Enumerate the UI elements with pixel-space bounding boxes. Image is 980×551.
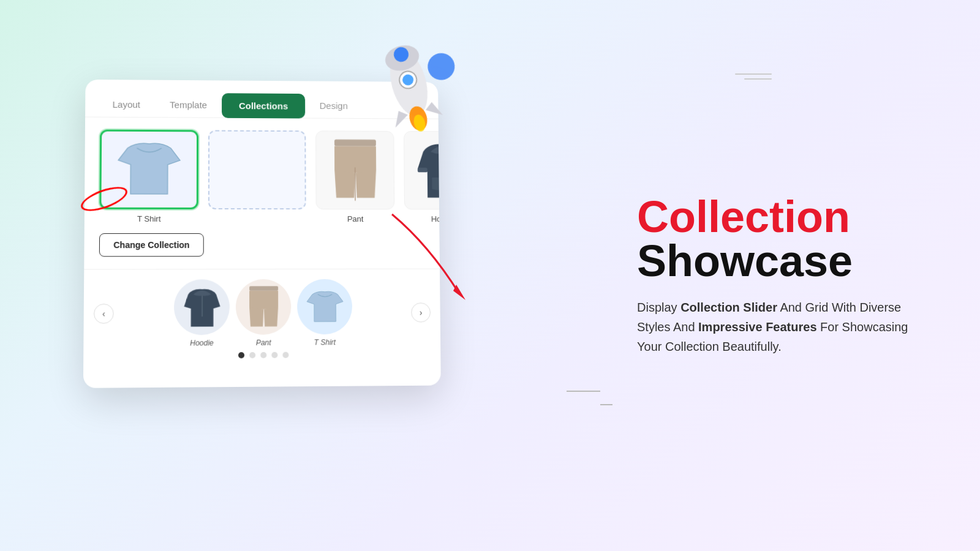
- slider-item-hoodie[interactable]: Hoodie: [174, 279, 230, 347]
- tab-template[interactable]: Template: [155, 92, 222, 117]
- slider-item-tshirt[interactable]: T Shirt: [297, 279, 352, 347]
- dot-3[interactable]: [260, 352, 266, 358]
- description-text: Display Collection Slider And Grid With …: [637, 298, 931, 356]
- deco-lines-top: [735, 73, 772, 83]
- slider-item-pant[interactable]: Pant: [236, 279, 291, 347]
- slider-pant-label: Pant: [256, 339, 271, 347]
- slider-hoodie-label: Hoodie: [190, 339, 213, 347]
- headline-line2: Showcase: [637, 239, 931, 283]
- dot-5[interactable]: [282, 352, 288, 358]
- slider-hoodie-img: [174, 279, 230, 335]
- deco-line-bottom-1: [567, 391, 600, 392]
- desc-bold2: Impressive Features: [698, 320, 816, 334]
- product-empty: [208, 130, 306, 209]
- product-tshirt-label: T Shirt: [137, 214, 160, 223]
- headline-line1: Collection: [637, 195, 931, 239]
- product-tshirt[interactable]: T Shirt: [99, 130, 198, 223]
- arrow-decoration: [380, 196, 490, 331]
- tab-collections[interactable]: Collections: [222, 93, 305, 118]
- dot-4[interactable]: [271, 352, 277, 358]
- slider-tshirt-img: [297, 279, 352, 335]
- slider-tshirt-label: T Shirt: [314, 338, 336, 347]
- svg-rect-14: [417, 168, 427, 173]
- change-collection-button[interactable]: Change Collection: [99, 233, 204, 257]
- svg-rect-17: [249, 286, 278, 291]
- tab-design[interactable]: Design: [305, 93, 363, 118]
- slider-pant-img: [236, 279, 291, 335]
- desc-bold1: Collection Slider: [680, 301, 777, 314]
- tab-layout[interactable]: Layout: [97, 92, 155, 117]
- product-pant-label: Pant: [347, 214, 364, 223]
- slider-prev-button[interactable]: ‹: [94, 304, 114, 324]
- svg-marker-5: [424, 100, 443, 119]
- svg-point-9: [424, 50, 458, 83]
- product-empty-img: [208, 130, 306, 209]
- right-content: Collection Showcase Display Collection S…: [637, 195, 931, 356]
- dot-1[interactable]: [238, 352, 244, 358]
- deco-line-bottom-2: [600, 404, 612, 405]
- slider-items: Hoodie Pant: [121, 279, 404, 348]
- dot-2[interactable]: [249, 352, 255, 358]
- slider-dots: [94, 346, 431, 359]
